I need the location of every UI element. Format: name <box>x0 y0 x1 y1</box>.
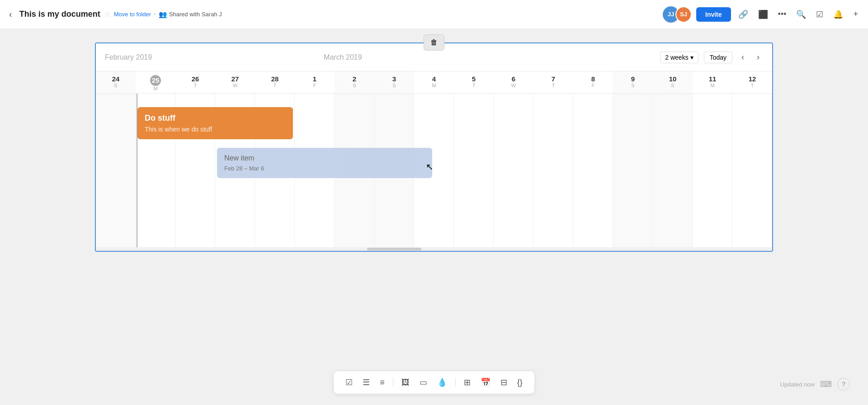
link-button[interactable]: 🔗 <box>736 7 751 22</box>
plus-icon: + <box>853 9 858 19</box>
view-select[interactable]: 2 weeks ▾ <box>660 52 698 63</box>
dropbox-button[interactable]: 💧 <box>433 375 452 390</box>
bottom-toolbar: ☑ ☰ ≡ 🖼 ▭ 💧 ⊞ 📅 ⊟ {} <box>333 371 535 394</box>
more-icon: ••• <box>778 9 787 19</box>
avatar-sj[interactable]: SJ <box>675 6 692 23</box>
event-title: New item <box>224 154 425 162</box>
chevron-down-icon: ▾ <box>690 54 693 61</box>
calendar-column <box>533 94 573 247</box>
link-icon: 🔗 <box>738 10 748 19</box>
image-button[interactable]: 🖼 <box>397 375 414 390</box>
table-icon: ⊞ <box>464 378 471 387</box>
day-header: 8F <box>573 71 613 93</box>
shared-info: 👥 Shared with Sarah J <box>159 10 222 19</box>
day-header: 10S <box>653 71 693 93</box>
event-title: Do stuff <box>145 113 286 123</box>
add-button[interactable]: + <box>850 7 861 22</box>
toolbar-separator-1 <box>393 378 393 387</box>
header-meta: Move to folder • 👥 Shared with Sarah J <box>114 10 222 19</box>
calendar-column <box>494 94 533 247</box>
layout-button[interactable]: ⊟ <box>496 375 512 390</box>
day-header: 11M <box>693 71 732 93</box>
event-do-stuff[interactable]: Do stuff This is when we do stuff <box>137 107 293 139</box>
search-button[interactable]: 🔍 <box>793 7 809 22</box>
day-header: 9S <box>613 71 653 93</box>
bell-icon: 🔔 <box>833 10 843 19</box>
day-header: 4M <box>414 71 454 93</box>
search-icon: 🔍 <box>796 10 806 19</box>
toolbar-separator-2 <box>455 378 456 387</box>
updated-label: Updated now <box>780 381 815 388</box>
present-button[interactable]: ⬛ <box>755 7 771 22</box>
today-button[interactable]: Today <box>704 52 732 63</box>
checkbox-icon: ☑ <box>345 378 353 387</box>
day-header: 24S <box>96 71 136 93</box>
calendar-column <box>454 94 494 247</box>
checkbox-tool-button[interactable]: ☑ <box>341 375 357 390</box>
code-icon: {} <box>517 378 523 387</box>
table-button[interactable]: ⊞ <box>459 375 475 390</box>
checklist-button[interactable]: ☑ <box>813 7 826 22</box>
day-header: 7T <box>533 71 573 93</box>
day-header: 1F <box>295 71 335 93</box>
header: ‹ This is my document ☆ Move to folder •… <box>0 0 868 29</box>
people-icon: 👥 <box>159 10 167 19</box>
layout-icon: ⊟ <box>500 378 507 387</box>
calendar-controls: 2 weeks ▾ Today ‹ › <box>660 51 763 64</box>
calendar-column <box>573 94 613 247</box>
delete-button[interactable]: 🗑 <box>424 34 444 51</box>
day-header: 12T <box>732 71 772 93</box>
embed-button[interactable]: ▭ <box>415 375 432 390</box>
event-subtitle: Feb 28 – Mar 6 <box>224 165 425 172</box>
view-label: 2 weeks <box>665 54 688 61</box>
help-button[interactable]: ? <box>837 378 850 391</box>
keyboard-icon[interactable]: ⌨ <box>820 379 832 389</box>
image-icon: 🖼 <box>401 378 410 387</box>
bell-button[interactable]: 🔔 <box>830 7 846 22</box>
dot-separator: • <box>154 11 156 18</box>
bullet-list-icon: ☰ <box>363 378 370 387</box>
header-right: JJ SJ Invite 🔗 ⬛ ••• 🔍 ☑ 🔔 + <box>663 6 861 23</box>
day-header: 3S <box>374 71 414 93</box>
calendar-column <box>693 94 732 247</box>
scrollbar-thumb[interactable] <box>367 248 421 250</box>
day-header: 26T <box>175 71 215 93</box>
document-title: This is my document <box>19 9 100 19</box>
calendar-icon: 📅 <box>481 378 491 387</box>
prev-button[interactable]: ‹ <box>738 51 748 64</box>
checklist-icon: ☑ <box>816 10 823 19</box>
calendar-months: February 2019 March 2019 <box>105 53 660 61</box>
next-button[interactable]: › <box>753 51 763 64</box>
numbered-list-icon: ≡ <box>380 378 385 387</box>
back-button[interactable]: ‹ <box>7 7 14 21</box>
month1-label: February 2019 <box>105 53 152 61</box>
calendar-column <box>613 94 653 247</box>
day-headers: 24S25M26T27W28T1F2S3S4M5T6W7T8F9S10S11M1… <box>96 71 772 94</box>
main-content: 🗑 February 2019 March 2019 2 weeks ▾ Tod… <box>0 29 868 405</box>
code-button[interactable]: {} <box>513 375 527 390</box>
calendar-body: Do stuff This is when we do stuff New it… <box>96 94 772 247</box>
numbered-list-button[interactable]: ≡ <box>375 375 389 390</box>
more-button[interactable]: ••• <box>775 7 789 22</box>
calendar-widget: February 2019 March 2019 2 weeks ▾ Today… <box>95 42 773 252</box>
calendar-column <box>653 94 693 247</box>
horizontal-scrollbar[interactable] <box>96 247 772 251</box>
move-to-folder-link[interactable]: Move to folder <box>114 11 151 18</box>
calendar-column <box>732 94 772 247</box>
day-header: 28T <box>255 71 295 93</box>
calendar-button[interactable]: 📅 <box>476 375 495 390</box>
star-icon[interactable]: ☆ <box>104 10 110 19</box>
invite-button[interactable]: Invite <box>696 7 731 22</box>
calendar-column <box>96 94 136 247</box>
month2-label: March 2019 <box>324 53 362 61</box>
bullet-list-button[interactable]: ☰ <box>358 375 374 390</box>
shared-label: Shared with Sarah J <box>169 11 222 18</box>
embed-icon: ▭ <box>420 378 427 387</box>
trash-icon: 🗑 <box>430 38 438 46</box>
day-header: 5T <box>454 71 494 93</box>
event-subtitle: This is when we do stuff <box>145 126 286 133</box>
event-new-item[interactable]: New item Feb 28 – Mar 6 <box>217 148 432 178</box>
dropbox-icon: 💧 <box>437 378 447 387</box>
day-header: 2S <box>335 71 374 93</box>
day-header: 6W <box>494 71 533 93</box>
